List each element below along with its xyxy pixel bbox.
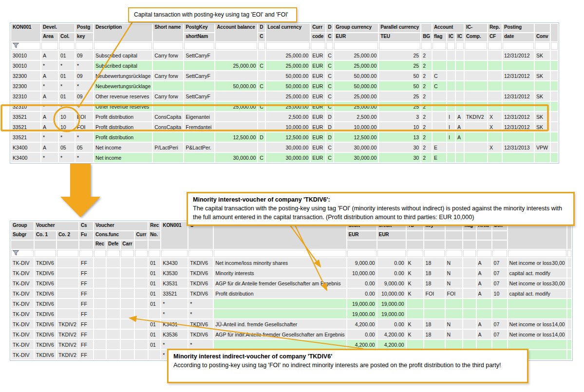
- filter-cell[interactable]: [424, 250, 445, 257]
- column-header[interactable]: KON001: [11, 24, 40, 41]
- table-row[interactable]: 33521***Profit distribution12,500.00D12,…: [11, 132, 558, 142]
- filter-cell[interactable]: [326, 42, 333, 50]
- column-header[interactable]: Account: [433, 24, 464, 32]
- filter-cell[interactable]: [488, 42, 502, 50]
- filter-cell[interactable]: [463, 250, 476, 257]
- filter-cell-funnel[interactable]: [11, 250, 34, 257]
- filter-cell[interactable]: [57, 250, 78, 257]
- column-header[interactable]: Curr: [135, 231, 148, 240]
- table-row[interactable]: 33521A10FOIProfit distributionConsCapita…: [11, 122, 558, 131]
- column-header[interactable]: Col.: [59, 33, 75, 41]
- column-header[interactable]: Carr: [121, 241, 133, 249]
- table-row[interactable]: TK-DIVTKDIV6FF01K3430TKDIV6Net income/lo…: [11, 258, 571, 267]
- column-header[interactable]: shortNam: [184, 33, 214, 41]
- column-header[interactable]: Parallel currency: [379, 24, 420, 32]
- table-row[interactable]: TK-DIVTKDIV6FF0133521TKDIV6Profit distri…: [11, 289, 571, 298]
- filter-cell[interactable]: [149, 250, 160, 257]
- table-row[interactable]: 32310A0109Other revenue reservesCarry fo…: [11, 92, 558, 101]
- column-header[interactable]: EUR: [377, 231, 406, 240]
- column-header[interactable]: Short name: [153, 24, 183, 41]
- filter-cell[interactable]: [153, 42, 183, 50]
- column-header[interactable]: C: [326, 33, 333, 41]
- filter-cell[interactable]: [456, 42, 464, 50]
- column-header[interactable]: Area: [41, 33, 58, 41]
- filter-cell[interactable]: [551, 42, 558, 50]
- table-row[interactable]: TK-DIVTKDIV6FF01**19,000.0019,000.00: [11, 299, 571, 308]
- column-header[interactable]: date: [503, 33, 534, 41]
- column-header[interactable]: D: [326, 24, 333, 32]
- table-row[interactable]: 32310***Other revenue reserves25,000.00C…: [11, 102, 558, 111]
- column-header[interactable]: Rec: [149, 222, 160, 230]
- filter-cell[interactable]: [567, 250, 571, 257]
- filter-cell[interactable]: [477, 250, 491, 257]
- column-header[interactable]: EUR: [347, 231, 377, 240]
- table-row[interactable]: TK-DIVTKDIV6TKDIV2FF01**4,200.004,200.00: [11, 340, 571, 349]
- column-header[interactable]: Fu: [79, 231, 93, 240]
- column-header[interactable]: PostgKey: [184, 24, 214, 32]
- table-row[interactable]: 32300A0109NeubewertungsrücklageCarry for…: [11, 71, 558, 80]
- column-header[interactable]: Curr: [311, 24, 325, 32]
- filter-cell[interactable]: [266, 42, 310, 50]
- column-header[interactable]: Group: [11, 222, 34, 230]
- table-row[interactable]: TK-DIVTKDIV6FF01K3530TKDIV6Minority inte…: [11, 268, 571, 278]
- column-header[interactable]: Co. 2: [57, 231, 78, 240]
- filter-cell[interactable]: [535, 42, 550, 50]
- column-header[interactable]: IC-: [465, 24, 487, 32]
- filter-cell[interactable]: [334, 42, 378, 50]
- filter-cell[interactable]: [258, 42, 265, 50]
- column-header[interactable]: C: [188, 222, 213, 249]
- filter-cell[interactable]: [465, 42, 487, 50]
- column-header[interactable]: Voucher: [94, 222, 148, 230]
- column-header[interactable]: Local currency: [266, 24, 310, 41]
- column-header[interactable]: BG: [421, 33, 432, 41]
- filter-cell[interactable]: [188, 250, 213, 257]
- column-header[interactable]: TEU: [379, 33, 420, 41]
- filter-cell[interactable]: [447, 42, 455, 50]
- column-header[interactable]: Co. 1: [35, 231, 56, 240]
- filter-cell[interactable]: [107, 250, 120, 257]
- table-row[interactable]: TK-DIVTKDIV6TKDIV2FF01K3536TKDIV6AGP für…: [11, 330, 571, 339]
- column-header[interactable]: Cs: [79, 222, 93, 230]
- filter-cell[interactable]: [508, 250, 566, 257]
- table-row[interactable]: TK-DIVTKDIV6TKDIV2FF01K3431TKDIV6JÜ-Ante…: [11, 319, 571, 329]
- column-header[interactable]: Rec: [94, 241, 106, 249]
- column-header[interactable]: Postg: [75, 24, 93, 32]
- column-header[interactable]: Description: [94, 24, 152, 41]
- column-header[interactable]: KON001: [161, 222, 188, 249]
- filter-cell[interactable]: [214, 250, 346, 257]
- filter-cell[interactable]: [75, 42, 93, 50]
- column-header[interactable]: code: [311, 33, 325, 41]
- column-header[interactable]: Account balance: [215, 24, 257, 41]
- filter-cell[interactable]: [215, 42, 257, 50]
- filter-cell[interactable]: [121, 250, 133, 257]
- column-header[interactable]: Posting: [503, 24, 534, 32]
- filter-cell[interactable]: [79, 250, 93, 257]
- filter-cell[interactable]: [59, 42, 75, 50]
- column-header[interactable]: Defe: [107, 241, 120, 249]
- column-header[interactable]: Comp.: [465, 33, 487, 41]
- filter-cell[interactable]: [433, 42, 446, 50]
- column-header[interactable]: key: [75, 33, 93, 41]
- filter-cell[interactable]: [135, 250, 148, 257]
- column-header[interactable]: EUR: [334, 33, 378, 41]
- column-header[interactable]: CF: [488, 33, 502, 41]
- filter-cell[interactable]: [184, 42, 214, 50]
- filter-cell[interactable]: [503, 42, 534, 50]
- table-row[interactable]: 30010***Subscribed capital25,000.00C25,0…: [11, 61, 558, 70]
- filter-cell[interactable]: [492, 250, 507, 257]
- table-row[interactable]: K3400A0505Net incomeP/LactPeriP&LactPer.…: [11, 143, 558, 152]
- filter-cell[interactable]: [161, 250, 188, 257]
- column-header[interactable]: No.: [149, 231, 160, 240]
- column-header[interactable]: C: [258, 33, 265, 41]
- filter-cell[interactable]: [41, 42, 58, 50]
- table-row[interactable]: K3400***Net income30,000.00C30,000.00EUR…: [11, 153, 558, 162]
- filter-cell[interactable]: [311, 42, 325, 50]
- filter-cell[interactable]: [347, 250, 377, 257]
- column-header[interactable]: Group currency: [334, 24, 378, 32]
- filter-cell[interactable]: [94, 250, 106, 257]
- table-row[interactable]: 30010A0109Subscribed capitalCarry forwSe…: [11, 51, 558, 60]
- filter-cell[interactable]: [35, 250, 56, 257]
- filter-cell[interactable]: [94, 42, 152, 50]
- column-header[interactable]: Rep.: [488, 24, 502, 32]
- column-header[interactable]: IC: [447, 33, 455, 41]
